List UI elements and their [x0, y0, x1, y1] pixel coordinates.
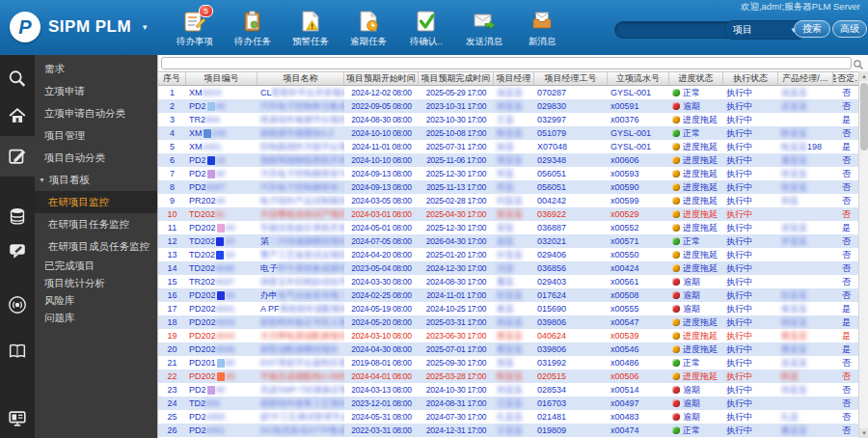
cell-exec-status: 执行中: [723, 140, 778, 153]
redacted-text: 43: [225, 250, 234, 260]
table-row[interactable]: 19PD2024044大功率电源适配器项目2024-03-10 08:00202…: [158, 329, 859, 342]
table-row[interactable]: 24TD2003精密组件修复工艺项目2023-12-01 08:002024-0…: [158, 397, 859, 410]
edit-icon[interactable]: [0, 136, 35, 177]
cell-product-manager: 吴某某: [778, 99, 833, 113]
sidebar-item-9[interactable]: 已完成项目: [35, 258, 157, 275]
cell-project-name: 精密组件修复工艺项目: [258, 397, 344, 410]
table-row[interactable]: 16PD20240办申电气化改造专项二期2024-02-25 08:002024…: [158, 288, 859, 302]
table-filter-input[interactable]: [161, 57, 852, 69]
sidebar-item-5[interactable]: ▼项目看板: [35, 169, 157, 191]
table-row[interactable]: 21PD20190ENT系统平台架构目里专项2019-08-01 08:0020…: [158, 356, 859, 370]
column-header-2[interactable]: 项目名称: [258, 72, 344, 85]
cell-end-date: 2024-10-25 17:00: [419, 302, 494, 315]
table-row[interactable]: 22PD20240平板总成装配线A-09/DCS2024-04-01 08:00…: [158, 370, 859, 383]
book-icon[interactable]: [0, 335, 35, 368]
table-row[interactable]: 1XM2024CL零部件平台开发项目2024-12-02 08:002025-0…: [158, 86, 859, 99]
sidebar-item-7[interactable]: 在研项目任务监控: [35, 213, 157, 235]
table-row[interactable]: 5XM2401控制器固件升级平台项目2024-11-01 08:002025-0…: [158, 140, 859, 153]
table-row[interactable]: 17PD2024041A PF系统组件适配项目2024-05-19 08:002…: [158, 302, 859, 315]
column-header-9[interactable]: 执行状态: [723, 72, 778, 85]
table-row[interactable]: 3TR2004线束组件检测平台项目2024-08-30 08:002023-10…: [158, 113, 859, 126]
cell-progress-status: 逾期: [669, 383, 723, 397]
column-header-7[interactable]: 立项流水号: [608, 72, 669, 85]
toolbar-item-todo-list[interactable]: 5待办事项: [166, 9, 224, 48]
table-row[interactable]: 2PD240汽车电子控制单元集成TW2022-09-05 08:002023-1…: [158, 99, 859, 113]
table-row[interactable]: 12TD20243第二代传感器模组项目2024-07-05 08:002026-…: [158, 234, 859, 248]
cell-end-date: 2024-08-31 17:00: [419, 397, 494, 410]
table-row[interactable]: 14TD2024036电子料号系统集成测试评2023-05-04 08:0020…: [158, 261, 859, 275]
sidebar-item-10[interactable]: 项目统计分析: [35, 275, 157, 292]
table-row[interactable]: 23PD240先进SMP-T封装验证项目2024-03-13 08:002024…: [158, 383, 859, 397]
table-row[interactable]: 18PD2024043新型料件验证与导入项目2024-05-20 08:0020…: [158, 315, 859, 329]
table-row[interactable]: 15TR2024037保密文件归档自动化平台2024-03-30 08:0020…: [158, 275, 859, 288]
sidebar-item-0[interactable]: 需求: [35, 58, 157, 80]
cell-project-name: ENT系统平台架构目里专项: [258, 356, 344, 370]
table-row[interactable]: 26PD24051DC电信息化STTP集成项目〈2022-03-31 08:00…: [158, 424, 859, 437]
toolbar-item-new-mail[interactable]: 新消息: [513, 9, 571, 48]
scroll-up-arrow-icon[interactable]: ▲: [859, 71, 868, 81]
sipm-search-icon[interactable]: [0, 63, 35, 96]
cell-exec-status: 执行中: [723, 207, 778, 221]
cell-start-date: 2024-03-30 08:00: [344, 275, 419, 288]
status-label: 正常: [683, 87, 700, 99]
cell-manager-id: 032997: [534, 113, 608, 126]
sidebar-item-4[interactable]: 项目自动分类: [35, 147, 157, 169]
table-row[interactable]: 20PD2024045新型适配器模组项目2024-04-30 08:002025…: [158, 342, 859, 356]
table-row[interactable]: 4XM240新能源车载模块6-22024-10-10 08:002025-10-…: [158, 126, 859, 140]
table-row[interactable]: 7PD240汽车电子控制器研发TW2024-09-13 08:002025-12…: [158, 167, 859, 180]
redacted-text: 料号系统集成测试评: [278, 262, 344, 275]
column-header-3[interactable]: 项目预期开始时间: [344, 72, 419, 85]
column-header-11[interactable]: 是否定…: [833, 72, 859, 85]
table-row[interactable]: 10TD20241大容量电池包试产项目2024-03-01 08:002025-…: [158, 207, 859, 221]
toolbar-item-clipboard-task[interactable]: 待办任务: [224, 9, 282, 48]
table-row[interactable]: 6PD210智能驾驶辅助系统开发2024-10-10 08:002025-11-…: [158, 153, 859, 167]
redacted-name: 贺某某: [781, 222, 807, 234]
broadcast-icon[interactable]: [0, 288, 35, 321]
column-header-8[interactable]: 进度状态: [669, 72, 723, 85]
redacted-text: 40: [216, 385, 226, 395]
toolbar-item-confirm-check[interactable]: 待确认..: [397, 9, 455, 48]
vertical-scrollbar[interactable]: ▲ ▼: [858, 71, 868, 438]
home-icon[interactable]: [0, 99, 35, 132]
sidebar-item-11[interactable]: 风险库: [35, 292, 157, 310]
advanced-search-button[interactable]: 高级: [832, 20, 867, 38]
cell-serial-number: x00590: [608, 180, 669, 194]
redacted-text: 40: [216, 169, 226, 178]
table-row[interactable]: 13TD20243量产工艺改造试点项目二2024-04-20 08:002025…: [158, 248, 859, 261]
cell-end-date: 2025-04-30 17:00: [419, 207, 494, 221]
sidebar-item-3[interactable]: 项目管理: [35, 124, 157, 147]
table-row[interactable]: 9PR20244电子组件产品试制项目2024-03-05 08:002025-0…: [158, 194, 859, 207]
column-header-6[interactable]: 项目经理工号: [534, 72, 608, 85]
toolbar-item-warning-page[interactable]: 预警任务: [282, 9, 339, 48]
table-row[interactable]: 8PD24007汽车电子控制器研发二期2024-09-13 08:002025-…: [158, 180, 859, 194]
sidebar-item-2[interactable]: 立项申请自动分类: [35, 102, 157, 124]
monitor-icon[interactable]: [0, 402, 35, 435]
table-row[interactable]: 11PD20243车载信息娱乐系统开发2024-05-01 08:002025-…: [158, 221, 859, 234]
column-header-4[interactable]: 项目预期完成时间: [419, 72, 494, 85]
column-header-10[interactable]: 产品经理/…: [778, 72, 833, 85]
sidebar-item-1[interactable]: 立项申请: [35, 80, 157, 102]
chat-icon[interactable]: [0, 234, 35, 267]
toolbar-item-label: 待确认..: [410, 36, 443, 48]
toolbar-item-send-mail[interactable]: 发送消息: [455, 9, 513, 48]
cell-progress-status: 正常: [669, 234, 723, 248]
column-header-5[interactable]: 项目经理: [494, 72, 534, 85]
column-header-0[interactable]: 序号: [158, 72, 186, 85]
toolbar-item-label: 发送消息: [466, 36, 502, 48]
redacted-text: 车载信息娱乐系统开发: [260, 222, 344, 234]
sidebar-item-8[interactable]: 在研项目成员任务监控: [35, 235, 157, 258]
scrollbar-thumb[interactable]: [860, 83, 868, 151]
global-search-input[interactable]: [614, 21, 736, 39]
scroll-down-arrow-icon[interactable]: ▼: [859, 428, 868, 438]
sidebar-item-12[interactable]: 问题库: [35, 310, 157, 327]
cell-end-date: 2025-03-31 17:00: [419, 315, 494, 329]
table-row[interactable]: 25PD24050新TF工艺调试管理平台2024-05-31 08:002024…: [158, 410, 859, 424]
column-header-1[interactable]: 项目编号: [186, 72, 258, 85]
toolbar-item-overdue-page[interactable]: 逾期任务: [339, 9, 397, 48]
redacted-block: [217, 224, 225, 233]
app-logo[interactable]: P SIPM PLM ▼: [10, 12, 149, 42]
search-button[interactable]: 搜索: [794, 20, 830, 38]
search-icon[interactable]: [853, 57, 864, 68]
sidebar-item-6[interactable]: 在研项目监控: [35, 191, 157, 213]
database-icon[interactable]: [0, 200, 35, 233]
